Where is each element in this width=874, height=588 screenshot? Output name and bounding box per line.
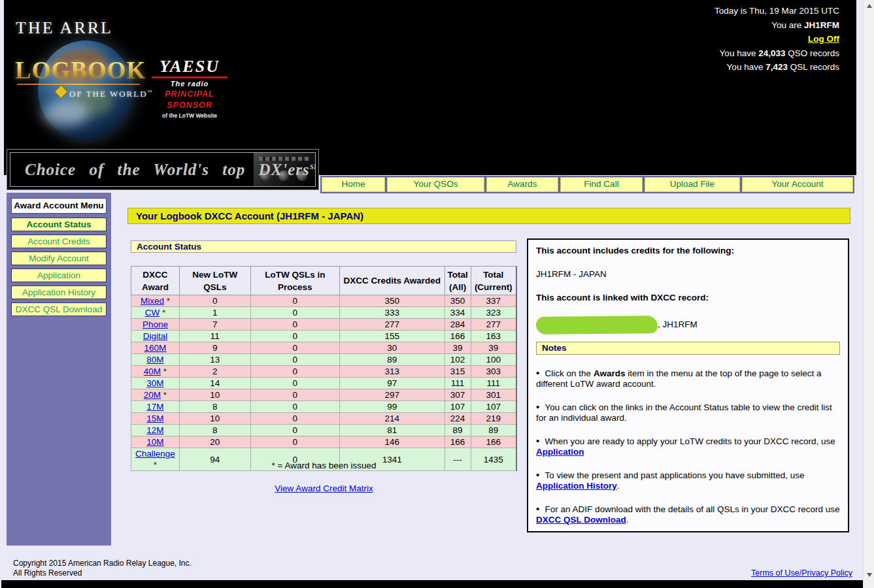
value-cell: 0: [250, 319, 340, 331]
page-title: Your Logbook DXCC Account (JH1RFM - JAPA…: [127, 208, 850, 224]
note-link-application[interactable]: Application: [536, 447, 584, 457]
table-row: Phone70277284277: [131, 319, 517, 331]
award-link-15m[interactable]: 15M: [146, 414, 163, 423]
note-link-application-history[interactable]: Application History: [536, 481, 617, 491]
value-cell: 0: [250, 354, 340, 366]
note-item: • When you are ready to apply your LoTW …: [536, 436, 840, 457]
logbook-wordmark: LOGBOOK: [15, 56, 165, 84]
view-award-credit-matrix-link[interactable]: View Award Credit Matrix: [275, 483, 373, 493]
sidebar-title: Award Account Menu: [11, 198, 107, 214]
award-link-80m[interactable]: 80M: [146, 355, 163, 365]
value-cell: 100: [471, 354, 516, 366]
of-the-world-wordmark: OF THE WORLD™: [69, 89, 153, 99]
sidebar-item-account-credits[interactable]: Account Credits: [11, 235, 107, 248]
award-link-40m[interactable]: 40M: [144, 367, 161, 376]
nav-tab-awards[interactable]: Awards: [486, 177, 558, 192]
value-cell: 89: [471, 425, 516, 436]
award-link-30m[interactable]: 30M: [146, 378, 163, 388]
value-cell: 214: [340, 413, 445, 425]
table-row: 160M90303939: [131, 342, 517, 354]
nav-tab-your-qsos[interactable]: Your QSOs: [387, 177, 484, 192]
value-cell: 0: [250, 295, 340, 307]
note-item: • You can click on the links in the Acco…: [536, 402, 840, 423]
bullet-icon: •: [536, 401, 545, 412]
value-cell: 8: [179, 425, 250, 436]
value-cell: 166: [445, 331, 471, 342]
nav-tab-your-account[interactable]: Your Account: [742, 177, 853, 192]
vertical-scrollbar[interactable]: [863, 0, 874, 588]
bullet-icon: •: [536, 503, 545, 514]
value-cell: 0: [250, 436, 340, 448]
award-account-menu: Award Account Menu Account StatusAccount…: [7, 193, 111, 546]
yaesu-sponsor-logo: YAESU The radio PRINCIPAL SPONSOR of the…: [152, 57, 227, 119]
sidebar-item-dxcc-qsl-download[interactable]: DXCC QSL Download: [11, 302, 107, 316]
sidebar-item-application-history[interactable]: Application History: [11, 286, 107, 299]
award-cell: Phone: [131, 319, 180, 331]
award-link-cw[interactable]: CW: [145, 308, 160, 318]
value-cell: 224: [445, 413, 471, 425]
sidebar-item-modify-account[interactable]: Modify Account: [11, 252, 107, 265]
value-cell: 89: [340, 354, 445, 366]
award-link-17m[interactable]: 17M: [146, 402, 163, 412]
value-cell: 166: [471, 436, 516, 448]
scroll-up-icon[interactable]: [864, 0, 874, 11]
award-link-160m[interactable]: 160M: [144, 343, 167, 353]
value-cell: 0: [179, 295, 250, 307]
value-cell: 155: [340, 331, 445, 342]
terms-privacy-link[interactable]: Terms of Use/Privacy Policy: [751, 568, 852, 578]
date-line: Today is Thu, 19 Mar 2015 UTC: [714, 4, 839, 18]
globe-cloud: [43, 101, 89, 125]
award-link-mixed[interactable]: Mixed: [141, 296, 164, 306]
award-link-digital[interactable]: Digital: [143, 331, 168, 341]
log-off-link[interactable]: Log Off: [808, 34, 839, 44]
footer-bar: [1, 580, 863, 588]
value-cell: 350: [340, 295, 445, 307]
award-link-20m[interactable]: 20M: [144, 390, 161, 400]
award-issued-star: *: [161, 367, 167, 376]
table-row: 80M13089102100: [131, 354, 517, 366]
award-cell: 160M: [131, 342, 180, 354]
table-head: DXCC AwardNew LoTW QSLsLoTW QSLs in Proc…: [131, 267, 517, 295]
service-mark: SM: [310, 162, 316, 170]
table-header-row: DXCC AwardNew LoTW QSLsLoTW QSLs in Proc…: [131, 267, 517, 295]
nav-tab-find-call[interactable]: Find Call: [560, 177, 643, 192]
tagline-banner: Choice of the World's top DX'ersSM: [7, 149, 319, 190]
note-text: When you are ready to apply your LoTW cr…: [545, 436, 835, 446]
value-cell: 107: [445, 401, 471, 413]
table-row: 10M200146166166: [131, 436, 517, 448]
value-cell: 0: [250, 342, 340, 354]
table-row: 12M80818989: [131, 425, 517, 436]
notes-list: • Click on the Awards item in the menu a…: [536, 368, 840, 525]
column-header-total-current-: Total (Current): [471, 267, 516, 295]
value-cell: 277: [471, 319, 516, 331]
value-cell: 30: [340, 342, 445, 354]
award-link-challenge[interactable]: Challenge: [135, 449, 175, 459]
award-link-10m[interactable]: 10M: [146, 437, 163, 447]
nav-tab-home[interactable]: Home: [322, 177, 385, 192]
arrl-wordmark: THE ARRL: [16, 18, 113, 38]
value-cell: 219: [471, 413, 516, 425]
account-status-header: Account Status: [131, 240, 516, 253]
award-issued-star: *: [161, 390, 167, 400]
value-cell: 163: [471, 331, 516, 342]
nav-tab-upload-file[interactable]: Upload File: [645, 177, 740, 192]
value-cell: 313: [340, 366, 445, 378]
column-header-new-lotw-qsls: New LoTW QSLs: [179, 267, 250, 295]
value-cell: 166: [445, 436, 471, 448]
value-cell: 1: [179, 307, 250, 319]
award-cell: 17M: [131, 401, 180, 413]
account-info-block: Today is Thu, 19 Mar 2015 UTC You are JH…: [714, 4, 839, 74]
sidebar-item-account-status[interactable]: Account Status: [11, 218, 107, 231]
award-cell: Mixed *: [131, 295, 180, 307]
award-link-phone[interactable]: Phone: [143, 319, 168, 329]
award-link-12m[interactable]: 12M: [146, 425, 163, 435]
account-info-panel: This account includes credits for the fo…: [527, 238, 849, 532]
scroll-down-icon[interactable]: [864, 569, 874, 580]
value-cell: 334: [445, 307, 471, 319]
value-cell: 277: [340, 319, 445, 331]
sidebar-item-application[interactable]: Application: [11, 269, 107, 282]
note-link-dxcc-qsl-download[interactable]: DXCC QSL Download: [536, 515, 626, 525]
value-cell: 10: [179, 413, 250, 425]
value-cell: 297: [340, 389, 445, 401]
user-line: You are JH1RFM: [714, 18, 839, 33]
